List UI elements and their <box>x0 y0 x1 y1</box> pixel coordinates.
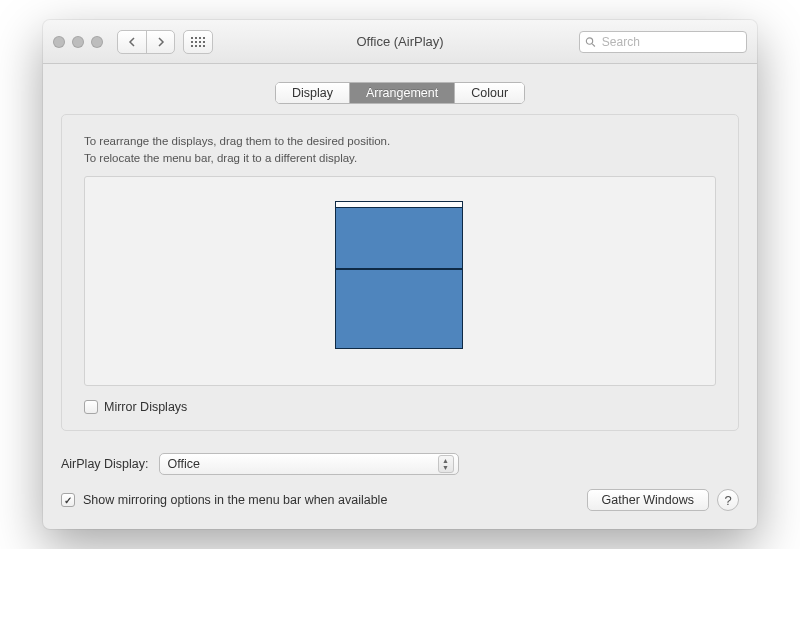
tab-display[interactable]: Display <box>276 83 349 103</box>
svg-rect-8 <box>191 45 193 47</box>
close-dot[interactable] <box>53 36 65 48</box>
tabs: Display Arrangement Colour <box>61 82 739 104</box>
prefs-window: Office (AirPlay) Display Arrangement Col… <box>43 20 757 529</box>
menubar-handle[interactable] <box>336 202 462 208</box>
show-mirroring-label: Show mirroring options in the menu bar w… <box>83 493 387 507</box>
display-arrangement-area[interactable] <box>84 176 716 386</box>
help-button[interactable]: ? <box>717 489 739 511</box>
titlebar: Office (AirPlay) <box>43 20 757 64</box>
footer: AirPlay Display: Office ▲▼ Show mirrorin… <box>61 453 739 511</box>
airplay-label: AirPlay Display: <box>61 457 149 471</box>
svg-point-12 <box>586 37 592 43</box>
show-all-button[interactable] <box>183 30 213 54</box>
svg-rect-3 <box>203 37 205 39</box>
svg-rect-0 <box>191 37 193 39</box>
search-field[interactable] <box>579 31 747 53</box>
display-secondary[interactable] <box>335 269 463 349</box>
display-primary[interactable] <box>335 201 463 269</box>
back-button[interactable] <box>118 31 146 53</box>
chevron-updown-icon: ▲▼ <box>438 455 454 473</box>
svg-rect-9 <box>195 45 197 47</box>
arrangement-panel: To rearrange the displays, drag them to … <box>61 114 739 431</box>
svg-rect-5 <box>195 41 197 43</box>
grid-icon <box>191 37 205 47</box>
instruction-line: To relocate the menu bar, drag it to a d… <box>84 150 716 167</box>
svg-rect-6 <box>199 41 201 43</box>
instruction-line: To rearrange the displays, drag them to … <box>84 133 716 150</box>
forward-button[interactable] <box>146 31 174 53</box>
mirror-displays-row: Mirror Displays <box>84 400 716 414</box>
show-mirroring-checkbox[interactable] <box>61 493 75 507</box>
search-icon <box>585 36 596 48</box>
tab-arrangement[interactable]: Arrangement <box>349 83 454 103</box>
svg-rect-11 <box>203 45 205 47</box>
svg-rect-7 <box>203 41 205 43</box>
airplay-row: AirPlay Display: Office ▲▼ <box>61 453 739 475</box>
instructions: To rearrange the displays, drag them to … <box>84 133 716 166</box>
traffic-lights <box>53 36 103 48</box>
tab-segmented: Display Arrangement Colour <box>275 82 525 104</box>
gather-windows-button[interactable]: Gather Windows <box>587 489 709 511</box>
svg-rect-1 <box>195 37 197 39</box>
svg-rect-10 <box>199 45 201 47</box>
airplay-select[interactable]: Office ▲▼ <box>159 453 459 475</box>
bottom-row: Show mirroring options in the menu bar w… <box>61 489 739 511</box>
airplay-selected-value: Office <box>168 457 200 471</box>
svg-rect-2 <box>199 37 201 39</box>
tab-colour[interactable]: Colour <box>454 83 524 103</box>
mirror-displays-label: Mirror Displays <box>104 400 187 414</box>
svg-line-13 <box>592 43 595 46</box>
mirror-displays-checkbox[interactable] <box>84 400 98 414</box>
zoom-dot[interactable] <box>91 36 103 48</box>
content: Display Arrangement Colour To rearrange … <box>43 82 757 529</box>
search-input[interactable] <box>600 34 741 50</box>
svg-rect-4 <box>191 41 193 43</box>
nav-back-forward <box>117 30 175 54</box>
minimize-dot[interactable] <box>72 36 84 48</box>
